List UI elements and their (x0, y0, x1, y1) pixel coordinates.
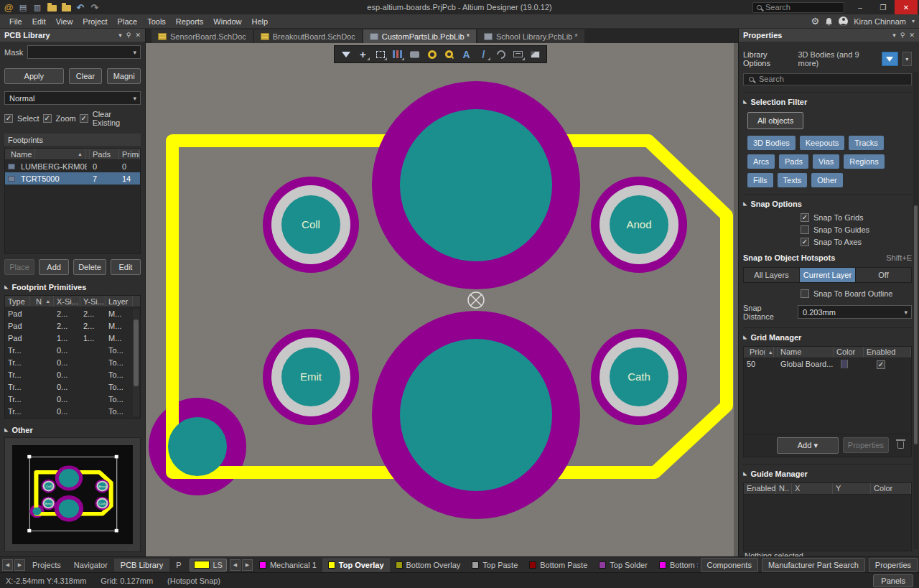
user-name[interactable]: Kiran Chinnam (854, 17, 906, 26)
pad-bottom-large[interactable] (372, 311, 580, 519)
properties-scrollbar[interactable] (913, 72, 918, 549)
document-tab[interactable]: CustomPartsLib.PcbLib * (363, 29, 476, 43)
primitive-row[interactable]: Tr... 0... To... (5, 356, 133, 368)
scrollbar-thumb[interactable] (914, 205, 918, 444)
minimize-button[interactable]: – (849, 0, 872, 14)
fill-icon[interactable] (528, 47, 543, 61)
library-checkbox[interactable]: Clear Existing (80, 110, 141, 127)
layers-scroll-right-icon[interactable]: ▶ (242, 559, 253, 571)
footprint-row[interactable]: TCRT5000 7 14 (5, 172, 140, 185)
filter-chip[interactable]: Arcs (747, 154, 775, 169)
primitive-row[interactable]: Tr... 0... To... (5, 381, 133, 393)
move-icon[interactable]: + (355, 47, 370, 61)
other-header[interactable]: ◢ Other (4, 426, 141, 434)
right-panel-tab[interactable]: Manufacturer Part Search (762, 558, 865, 572)
library-checkbox[interactable]: Select (4, 114, 39, 123)
select-area-icon[interactable] (373, 47, 388, 61)
layers-scroll-left-icon[interactable]: ◀ (230, 559, 241, 571)
all-objects-button[interactable]: All objects (747, 112, 803, 129)
snap-checkbox[interactable]: Snap To Axes (801, 238, 912, 246)
footprint-action-button[interactable]: Edit (111, 259, 141, 275)
primitives-scrollbar[interactable] (133, 309, 139, 416)
object-filter-button[interactable] (882, 52, 898, 66)
primitive-row[interactable]: Tr... 0... To... (5, 344, 133, 356)
pad-icon[interactable] (424, 47, 439, 61)
primitive-row[interactable]: Tr... 0... To... (5, 405, 133, 417)
gear-icon[interactable]: ⚙ (811, 16, 820, 27)
filter-chip[interactable]: Pads (779, 154, 808, 169)
filter-chip[interactable]: Fills (747, 173, 773, 187)
line-icon[interactable]: / (476, 47, 491, 61)
menu-item[interactable]: View (51, 16, 78, 27)
layer-tab[interactable]: Mechanical 1 (253, 558, 322, 572)
pad-7-hole[interactable] (168, 417, 227, 476)
panels-button[interactable]: Panels (873, 574, 913, 587)
footprints-table-header[interactable]: Name▲ Pads Primiti... (5, 149, 140, 160)
menu-item[interactable]: Window (208, 16, 246, 27)
document-tab[interactable]: BreakoutBoard.SchDoc (254, 29, 362, 43)
menu-item[interactable]: Tools (142, 16, 171, 27)
primitive-row[interactable]: Pad 2... 2... M... (5, 307, 133, 319)
filter-chip[interactable]: Keepouts (800, 136, 844, 150)
layer-tab[interactable]: Top Overlay (322, 558, 390, 572)
document-tab[interactable]: School Library.PcbLib * (477, 29, 584, 43)
open-project-icon[interactable] (60, 1, 73, 13)
pad-anod[interactable]: Anod (591, 177, 687, 273)
layer-tab[interactable]: Bottom Overlay (390, 558, 467, 572)
trash-icon[interactable] (897, 442, 904, 449)
global-search-input[interactable]: Search (752, 2, 844, 13)
snap-checkbox[interactable]: Snap To Guides (801, 225, 912, 234)
footprint-row[interactable]: LUMBERG-KRM08 0 0 (5, 160, 140, 172)
library-checkbox[interactable]: Zoom (43, 114, 76, 123)
string-icon[interactable]: A (459, 47, 474, 61)
menu-item[interactable]: Reports (171, 16, 209, 27)
filter-chip[interactable]: Other (811, 173, 843, 187)
user-avatar[interactable] (839, 17, 848, 26)
board-outline-checkbox[interactable]: Snap To Board Outline (801, 289, 912, 298)
primitive-row[interactable]: Tr... 0... To... (5, 368, 133, 381)
guide-table-header[interactable]: Enabled N.. X Y Color (744, 483, 911, 495)
primitive-row[interactable]: Pad 1... 1... M... (5, 332, 133, 344)
open-folder-icon[interactable] (45, 1, 58, 13)
layer-tab[interactable]: Top Paste (466, 558, 523, 572)
mask-mode-dropdown[interactable]: Normal (4, 91, 141, 105)
apply-button[interactable]: Apply (4, 68, 64, 84)
mask-dropdown[interactable] (27, 45, 141, 59)
tabs-scroll-right-icon[interactable]: ▶ (14, 559, 25, 571)
union-icon[interactable] (390, 47, 405, 61)
snap-distance-dropdown[interactable]: 0.203mm (798, 305, 912, 319)
menu-item[interactable]: Place (113, 16, 143, 27)
hotspot-segment-button[interactable]: Current Layer (799, 267, 855, 283)
panel-tab[interactable]: Navigator (67, 559, 114, 571)
current-layer-indicator[interactable]: LS (190, 559, 226, 571)
panel-tab[interactable]: P (169, 559, 187, 571)
pad-cath[interactable]: Cath (591, 329, 687, 425)
filter-icon[interactable] (338, 47, 353, 61)
dimension-icon[interactable] (510, 47, 526, 61)
panel-tab[interactable]: Projects (26, 559, 67, 571)
document-tab[interactable]: SensorBoard.SchDoc (151, 29, 253, 43)
scrollbar-thumb[interactable] (134, 319, 139, 386)
filter-chip[interactable]: Regions (844, 154, 884, 169)
grid-enabled-checkbox[interactable] (877, 360, 885, 369)
redo-icon[interactable]: ↷ (88, 1, 101, 13)
pad-emit[interactable]: Emit (263, 329, 359, 425)
primitive-row[interactable]: Tr... 0... To... (5, 393, 133, 405)
grid-table-header[interactable]: Priori...▲ Name Color Enabled (744, 347, 911, 358)
snap-options-header[interactable]: ◢ Snap Options (743, 200, 912, 208)
via-icon[interactable] (442, 47, 457, 61)
primitive-row[interactable]: Pad 2... 2... M... (5, 319, 133, 332)
footprint-action-button[interactable]: Add (39, 259, 69, 275)
grid-row[interactable]: 50 Global Board... (744, 358, 911, 370)
primitives-table-header[interactable]: Type N...▲ X-Si... Y-Si... Layer (5, 296, 140, 307)
magnify-button[interactable]: Magni (107, 68, 141, 84)
pin-icon[interactable]: ⚲ (900, 32, 905, 39)
footprint-action-button[interactable]: Delete (73, 259, 106, 275)
right-panel-tab[interactable]: Properties (869, 558, 918, 572)
layer-tab[interactable]: Bottom Solder (653, 558, 698, 572)
panel-close-icon[interactable]: ✕ (135, 32, 141, 39)
save-all-icon[interactable]: ▥ (31, 1, 44, 13)
close-button[interactable]: ✕ (895, 0, 918, 14)
footprint-drawing[interactable]: Coll Anod Emit Cath (146, 43, 734, 556)
filter-chip[interactable]: Vias (813, 154, 839, 169)
